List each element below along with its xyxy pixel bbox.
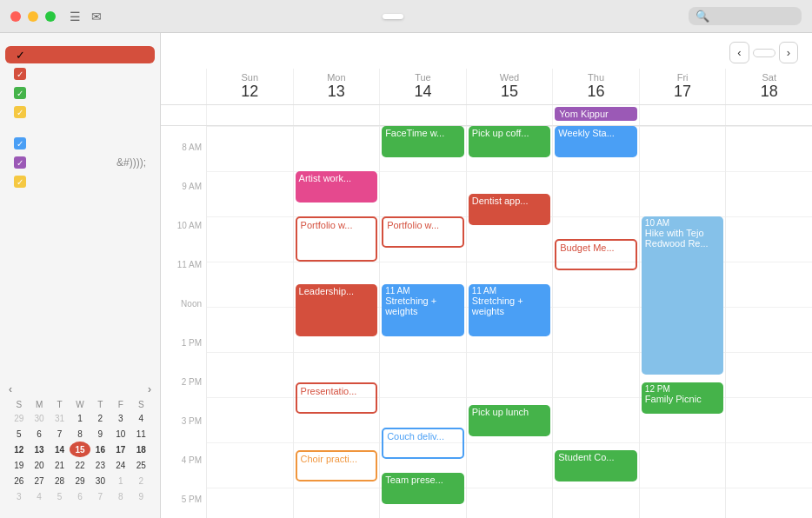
day-header-mon[interactable]: Mon 13 bbox=[293, 69, 380, 104]
day-header-thu[interactable]: Thu 16 bbox=[552, 69, 639, 104]
calendar-event[interactable]: 11 AMStretching + weights bbox=[469, 284, 551, 336]
tab-week[interactable] bbox=[383, 14, 403, 19]
day-col-sun[interactable] bbox=[206, 126, 293, 518]
calendar-event[interactable]: Dentist app... bbox=[469, 194, 551, 225]
mini-cal-day[interactable]: 20 bbox=[29, 457, 49, 473]
day-header-sun[interactable]: Sun 12 bbox=[206, 69, 293, 104]
mini-cal-day[interactable]: 3 bbox=[9, 488, 29, 504]
allday-cell-fri[interactable] bbox=[639, 105, 726, 125]
tab-month[interactable] bbox=[405, 14, 426, 19]
maximize-icon[interactable] bbox=[45, 11, 56, 22]
mini-cal-day[interactable]: 30 bbox=[90, 473, 110, 488]
allday-cell-sun[interactable] bbox=[206, 105, 293, 125]
mini-cal-day[interactable]: 27 bbox=[29, 473, 49, 488]
calendar-event[interactable]: 10 AMHike with Tejo Redwood Re... bbox=[642, 216, 724, 375]
mini-cal-day[interactable]: 14 bbox=[50, 442, 70, 457]
mini-cal-day[interactable]: 2 bbox=[131, 473, 151, 488]
calendar-event[interactable]: Weekly Sta... bbox=[555, 126, 637, 157]
calendar-event[interactable]: Artist work... bbox=[296, 171, 378, 203]
mini-cal-day[interactable]: 1 bbox=[110, 473, 130, 488]
mini-cal-day[interactable]: 29 bbox=[9, 410, 29, 426]
sidebar-item-work[interactable]: ✓ bbox=[5, 65, 155, 83]
calendar-event[interactable]: Team prese... bbox=[382, 473, 464, 504]
mini-cal-day[interactable]: 30 bbox=[29, 410, 49, 426]
mini-cal-day[interactable]: 13 bbox=[29, 442, 49, 457]
mini-cal-day[interactable]: 3 bbox=[110, 410, 130, 426]
sidebar-item-siri[interactable]: ✓ bbox=[5, 173, 155, 190]
allday-cell-tue[interactable] bbox=[379, 105, 466, 125]
mini-cal-day[interactable]: 23 bbox=[90, 457, 110, 473]
day-col-wed[interactable]: Pick up coff...Dentist app...11 AMStretc… bbox=[466, 126, 553, 518]
close-icon[interactable] bbox=[10, 11, 21, 22]
mini-cal-day[interactable]: 5 bbox=[9, 426, 29, 442]
allday-cell-sat[interactable] bbox=[725, 105, 812, 125]
mini-cal-day[interactable]: 6 bbox=[70, 488, 90, 504]
day-header-fri[interactable]: Fri 17 bbox=[639, 69, 726, 104]
calendar-event[interactable]: Couch deliv... bbox=[382, 428, 464, 459]
mini-cal-day[interactable]: 7 bbox=[90, 488, 110, 504]
mini-cal-day[interactable]: 4 bbox=[29, 488, 49, 504]
mini-cal-day[interactable]: 29 bbox=[70, 473, 90, 488]
mini-cal-day[interactable]: 22 bbox=[70, 457, 90, 473]
day-col-mon[interactable]: Artist work...Portfolio w...Leadership..… bbox=[293, 126, 380, 518]
mini-cal-day[interactable]: 11 bbox=[131, 426, 151, 442]
mini-cal-day[interactable]: 7 bbox=[50, 426, 70, 442]
calendar-event[interactable]: Pick up coff... bbox=[469, 126, 551, 157]
tab-year[interactable] bbox=[428, 14, 449, 19]
day-col-fri[interactable]: 10 AMHike with Tejo Redwood Re...12 PMFa… bbox=[639, 126, 726, 518]
allday-cell-wed[interactable] bbox=[466, 105, 553, 125]
next-week-button[interactable]: › bbox=[779, 42, 798, 63]
mini-cal-day[interactable]: 15 bbox=[70, 442, 90, 457]
sidebar-item-family[interactable]: ✓ bbox=[5, 84, 155, 102]
sidebar-item-birthdays[interactable]: ✓ bbox=[5, 135, 155, 152]
search-box[interactable]: 🔍 bbox=[689, 7, 802, 25]
mini-cal-day[interactable]: 31 bbox=[50, 410, 70, 426]
day-col-tue[interactable]: FaceTime w...Portfolio w...11 AMStretchi… bbox=[379, 126, 466, 518]
mini-cal-day[interactable]: 9 bbox=[90, 426, 110, 442]
calendar-event[interactable]: Portfolio w... bbox=[296, 216, 378, 262]
sidebar-item-us-holidays[interactable]: ✓ &#)))); bbox=[5, 154, 155, 171]
mini-cal-day[interactable]: 8 bbox=[110, 488, 130, 504]
sidebar-toggle-icon[interactable]: ☰ ✉ bbox=[70, 10, 102, 23]
sidebar-item-personal[interactable]: ✓ bbox=[5, 46, 155, 63]
mini-cal-day[interactable]: 18 bbox=[131, 442, 151, 457]
today-button[interactable] bbox=[753, 49, 775, 57]
mini-cal-day[interactable]: 24 bbox=[110, 457, 130, 473]
allday-cell-mon[interactable] bbox=[293, 105, 380, 125]
calendar-event[interactable]: 12 PMFamily Picnic bbox=[642, 382, 724, 414]
minimize-icon[interactable] bbox=[28, 11, 38, 22]
mini-cal-day[interactable]: 10 bbox=[110, 426, 130, 442]
day-col-sat[interactable] bbox=[725, 126, 812, 518]
calendar-event[interactable]: FaceTime w... bbox=[382, 126, 464, 157]
calendar-event[interactable]: Budget Me... bbox=[555, 239, 637, 270]
mini-cal-prev[interactable]: ‹ bbox=[9, 383, 12, 395]
prev-week-button[interactable]: ‹ bbox=[729, 42, 749, 63]
calendar-event[interactable]: Presentatio... bbox=[296, 382, 378, 414]
mini-cal-day[interactable]: 28 bbox=[50, 473, 70, 488]
mini-cal-day[interactable]: 5 bbox=[50, 488, 70, 504]
day-header-wed[interactable]: Wed 15 bbox=[466, 69, 553, 104]
calendar-event[interactable]: Portfolio w... bbox=[382, 216, 464, 248]
mini-cal-day[interactable]: 16 bbox=[90, 442, 110, 457]
mini-cal-day[interactable]: 17 bbox=[110, 442, 130, 457]
allday-event-yom-kippur[interactable]: Yom Kippur bbox=[555, 107, 637, 121]
mini-cal-day[interactable]: 25 bbox=[131, 457, 151, 473]
mini-cal-day[interactable]: 2 bbox=[90, 410, 110, 426]
day-header-sat[interactable]: Sat 18 bbox=[725, 69, 812, 104]
tab-day[interactable] bbox=[360, 14, 381, 19]
day-col-thu[interactable]: Weekly Sta...Budget Me...Student Co...Ca… bbox=[552, 126, 639, 518]
calendar-event[interactable]: Student Co... bbox=[555, 450, 637, 481]
calendar-event[interactable]: Choir practi... bbox=[296, 450, 378, 481]
sidebar-item-school[interactable]: ✓ bbox=[5, 103, 155, 121]
mini-cal-day[interactable]: 26 bbox=[9, 473, 29, 488]
mini-cal-next[interactable]: › bbox=[148, 383, 151, 395]
day-header-tue[interactable]: Tue 14 bbox=[379, 69, 466, 104]
calendar-event[interactable]: 11 AMStretching + weights bbox=[382, 284, 464, 336]
mini-cal-day[interactable]: 6 bbox=[29, 426, 49, 442]
mini-cal-day[interactable]: 4 bbox=[131, 410, 151, 426]
mini-cal-day[interactable]: 19 bbox=[9, 457, 29, 473]
allday-cell-thu[interactable]: Yom Kippur bbox=[552, 105, 639, 125]
mini-cal-day[interactable]: 1 bbox=[70, 410, 90, 426]
mini-cal-day[interactable]: 12 bbox=[9, 442, 29, 457]
calendar-event[interactable]: Leadership... bbox=[296, 284, 378, 336]
